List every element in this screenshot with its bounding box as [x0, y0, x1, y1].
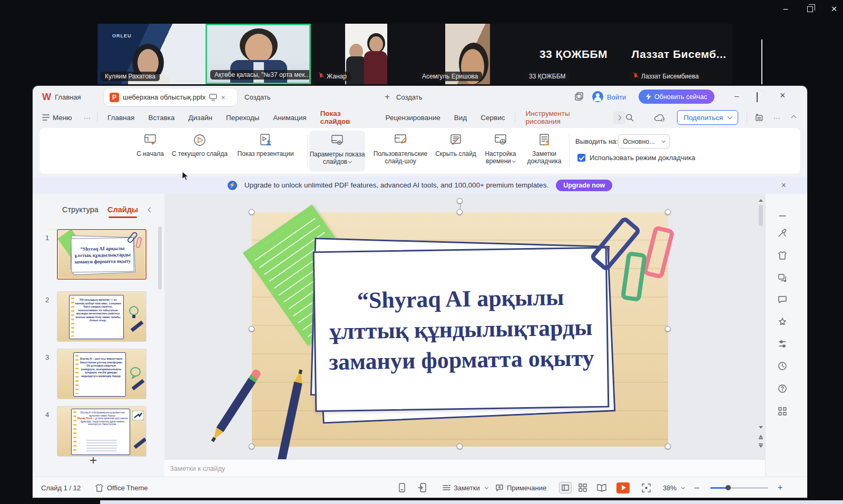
scroll-up-icon[interactable] [759, 199, 763, 202]
video-tile-kulyaim[interactable]: ORLEU Куляим Рахатова [97, 24, 205, 84]
design-theme-icon[interactable] [777, 250, 788, 261]
help-icon[interactable] [777, 383, 788, 394]
zoom-in-button[interactable]: + [778, 477, 782, 498]
apps-grid-icon[interactable] [777, 406, 788, 417]
banner-close-icon[interactable]: × [781, 181, 786, 190]
theme-indicator[interactable]: Office Theme [95, 477, 148, 498]
tab-pokaz-slaydov[interactable]: Показ слайдов [313, 110, 379, 125]
cast-to-device-button[interactable] [418, 477, 426, 498]
slideshow-play-button[interactable] [616, 477, 630, 498]
tab-create[interactable]: Создать [244, 93, 270, 101]
notes-bar[interactable]: Заметки к слайду [164, 459, 765, 477]
handle-top-left[interactable] [249, 209, 254, 215]
slide-canvas[interactable]: “Shyraq AI арқылы ұлттық құндылықтарды з… [164, 194, 765, 459]
cloud-sync-icon[interactable] [654, 113, 666, 122]
slide-thumbnail-2[interactable]: XXI ғасырдың мұғалімі — өз пәнінің шебер… [57, 291, 146, 342]
slideshow-options-button[interactable]: Параметры показа слайдов [309, 131, 365, 172]
handle-top-center[interactable] [457, 209, 463, 215]
tab-perekhody[interactable]: Переходы [219, 114, 266, 122]
ribbon-scroll-right-button[interactable] [613, 111, 626, 124]
conference-minimize-button[interactable]: – [779, 2, 792, 16]
scrollbar-thumb[interactable] [759, 205, 763, 226]
zoom-slider-knob[interactable] [726, 485, 731, 490]
video-tile-aktobe-active-speaker[interactable]: Ақтөбе қаласы, "№37 орта мек... [205, 24, 311, 84]
fit-to-window-button[interactable] [642, 477, 651, 498]
handle-bottom-center[interactable] [457, 443, 463, 449]
handle-mid-right[interactable] [665, 326, 671, 332]
slide-image-object[interactable]: “Shyraq AI арқылы ұлттық құндылықтарды з… [252, 212, 668, 447]
present-doc-icon[interactable] [209, 94, 217, 101]
tab-drawing-tools[interactable]: Инструменты рисования [518, 110, 612, 125]
tab-dizayn[interactable]: Дизайн [182, 114, 219, 122]
handle-mid-left[interactable] [249, 326, 254, 332]
zoom-out-button[interactable]: – [694, 477, 699, 498]
handle-bottom-right[interactable] [665, 443, 671, 449]
comment-insert-button[interactable]: Примечание [495, 477, 546, 498]
slide-sorter-view-button[interactable] [579, 477, 587, 498]
login-button[interactable]: Войти [607, 93, 626, 101]
from-beginning-button[interactable]: С начала [126, 133, 174, 157]
slide-transition-icon[interactable] [777, 272, 788, 283]
slide-thumbnail-1[interactable]: “Shyraq AI арқылы ұлттық құндылықтарды з… [57, 229, 146, 280]
handle-bottom-left[interactable] [249, 443, 254, 449]
collapse-panel-icon[interactable] [148, 207, 153, 213]
panel-scrollbar[interactable] [158, 226, 162, 290]
normal-view-button[interactable] [559, 477, 572, 498]
more-menu-button[interactable]: ··· [77, 114, 97, 122]
avatar[interactable] [592, 91, 603, 102]
conference-restore-button[interactable] [803, 2, 817, 16]
notes-toggle[interactable]: Заметки [443, 477, 488, 498]
video-tile-lazzat[interactable]: Лаззат Бисемб... Лаззат Бисембиева [625, 24, 732, 84]
quick-tools-icon[interactable] [777, 228, 788, 238]
handle-top-right[interactable] [665, 209, 671, 215]
video-tile-33-kozhbbm[interactable]: 33 ҚОЖББМ 33 ҚОЖББМ [522, 24, 625, 84]
object-settings-icon[interactable] [777, 339, 788, 349]
tab-document[interactable]: P шеберхана облыстық.pptx × [104, 88, 237, 106]
from-current-slide-button[interactable]: С текущего слайда [169, 133, 230, 157]
tab-vid[interactable]: Вид [447, 114, 474, 122]
window-minimize-button[interactable]: – [734, 91, 739, 100]
upgrade-now-button[interactable]: Upgrade now [556, 180, 612, 191]
tab-vstavka[interactable]: Вставка [141, 114, 181, 122]
rehearse-timings-button[interactable]: Настройка времени [478, 133, 523, 165]
conference-close-button[interactable]: × [827, 2, 841, 16]
collapse-ribbon-icon[interactable] [791, 115, 797, 120]
tab-animatsiya[interactable]: Анимация [266, 114, 313, 122]
outline-tab[interactable]: Структура [62, 205, 99, 214]
comment-icon[interactable] [777, 294, 788, 305]
tab-list-icon[interactable] [574, 92, 584, 101]
share-button[interactable]: Поделиться [677, 110, 738, 125]
main-menu-button[interactable]: Меню [33, 114, 77, 122]
zoom-level[interactable]: 38% [663, 477, 684, 498]
close-tab-icon[interactable]: × [221, 93, 225, 102]
slide-thumbnail-4[interactable]: Shyraq AI платформасының қызметтері мұға… [57, 406, 146, 457]
next-slide-button[interactable] [758, 443, 763, 448]
scroll-down-icon[interactable] [759, 426, 763, 429]
zoom-slider[interactable] [710, 477, 768, 498]
window-close-button[interactable]: × [780, 90, 786, 101]
animation-star-icon[interactable] [777, 317, 788, 327]
phone-view-button[interactable] [398, 477, 406, 498]
update-now-button[interactable]: Обновить сейчас [639, 90, 714, 104]
checked-checkbox-icon[interactable] [577, 154, 585, 162]
slide-thumbnail-3[interactable]: Shyraq AI – дәл осы мақсаттарға бағыттал… [57, 349, 146, 399]
search-icon[interactable] [625, 113, 634, 122]
add-to-list-icon[interactable] [754, 113, 764, 122]
presenter-mode-option[interactable]: Использовать режим докладчика [577, 154, 695, 162]
show-presentation-button[interactable]: Показ презентации [233, 133, 298, 157]
window-restore-button[interactable] [757, 93, 758, 102]
more-options-button[interactable]: ··· [773, 114, 781, 122]
tab-glavnaya[interactable]: Главная [101, 114, 141, 122]
previous-slide-button[interactable] [758, 435, 763, 439]
rotation-handle[interactable] [457, 198, 463, 204]
tab-home[interactable]: Главная [55, 93, 81, 101]
slides-tab[interactable]: Слайды [107, 205, 138, 214]
canvas-scrollbar[interactable] [757, 194, 765, 459]
new-tab-label[interactable]: Создать [396, 93, 422, 101]
video-tile-zhanar[interactable]: Жанар [311, 24, 414, 84]
hide-sidebar-icon[interactable] [777, 211, 788, 221]
speaker-notes-button[interactable]: Заметки докладчика [522, 133, 566, 165]
tab-retsenzirovanie[interactable]: Рецензирование [379, 114, 447, 122]
hide-slide-button[interactable]: Скрыть слайд [433, 133, 479, 157]
tab-servis[interactable]: Сервис [474, 114, 512, 122]
